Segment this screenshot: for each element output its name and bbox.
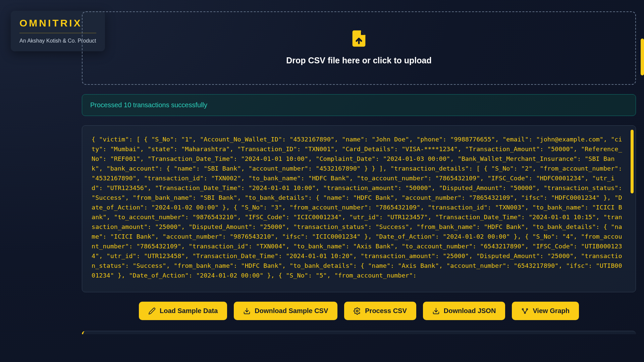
button-label: View Graph bbox=[533, 307, 570, 315]
button-label: Download Sample CSV bbox=[255, 307, 328, 315]
download-json-button[interactable]: Download JSON bbox=[423, 302, 505, 320]
svg-point-1 bbox=[357, 310, 359, 312]
file-upload-icon bbox=[349, 29, 369, 48]
download-icon bbox=[432, 307, 440, 315]
svg-line-6 bbox=[523, 310, 525, 312]
dropzone-text: Drop CSV file here or click to upload bbox=[286, 56, 431, 65]
graph-icon bbox=[521, 307, 529, 315]
process-csv-button[interactable]: Process CSV bbox=[344, 302, 416, 320]
action-button-row: Load Sample Data Download Sample CSV Pro… bbox=[82, 302, 636, 320]
json-output-content: { "victim": [ { "S_No": "1", "Account_No… bbox=[92, 134, 622, 283]
download-sample-csv-button[interactable]: Download Sample CSV bbox=[234, 302, 337, 320]
next-section-peek bbox=[82, 331, 636, 334]
button-label: Process CSV bbox=[365, 307, 407, 315]
csv-dropzone[interactable]: Drop CSV file here or click to upload bbox=[82, 11, 636, 85]
button-label: Download JSON bbox=[444, 307, 496, 315]
gears-icon bbox=[354, 307, 361, 315]
load-sample-data-button[interactable]: Load Sample Data bbox=[139, 302, 227, 320]
pencil-icon bbox=[148, 307, 156, 315]
svg-line-7 bbox=[525, 310, 527, 312]
view-graph-button[interactable]: View Graph bbox=[512, 302, 579, 320]
download-icon bbox=[243, 307, 251, 315]
button-label: Load Sample Data bbox=[160, 307, 218, 315]
page-scrollbar-thumb[interactable] bbox=[641, 39, 644, 75]
json-scrollbar-thumb[interactable] bbox=[631, 130, 634, 193]
json-output-box[interactable]: { "victim": [ { "S_No": "1", "Account_No… bbox=[82, 125, 636, 292]
status-message: Processed 10 transactions successfully bbox=[82, 94, 636, 116]
